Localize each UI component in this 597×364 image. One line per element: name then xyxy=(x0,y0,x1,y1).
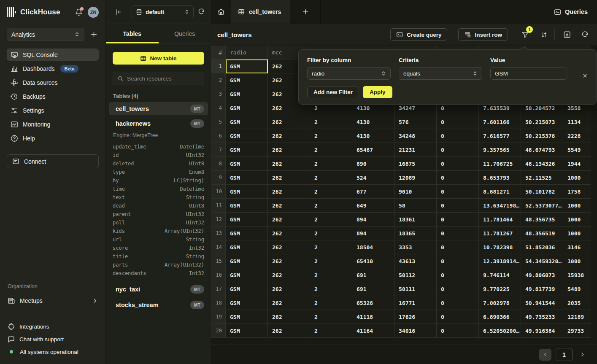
sidebar-item-meetups[interactable]: Meetups xyxy=(7,294,99,307)
table-cell[interactable]: 6.890366 xyxy=(479,310,521,324)
table-cell[interactable]: GSM xyxy=(226,199,268,213)
table-cell[interactable]: GSM xyxy=(226,324,268,338)
table-cell[interactable]: GSM xyxy=(226,143,268,157)
table-cell[interactable]: 15938 xyxy=(563,268,591,282)
table-cell[interactable]: 262 xyxy=(268,282,310,296)
sidebar-item-monitoring[interactable]: Monitoring xyxy=(7,118,99,130)
create-query-button[interactable]: Create query xyxy=(390,28,448,41)
table-cell[interactable]: 649 xyxy=(352,199,394,213)
table-list-item-hackernews[interactable]: hackernews MT xyxy=(109,117,208,130)
tab-tables[interactable]: Tables xyxy=(106,24,159,43)
table-cell[interactable]: 16875 xyxy=(394,157,437,171)
home-tab[interactable] xyxy=(211,0,231,24)
table-cell[interactable]: 54.3459320… xyxy=(521,254,563,268)
table-cell[interactable]: 4130 xyxy=(352,115,394,129)
table-cell[interactable]: 8.681271 xyxy=(479,185,521,199)
table-cell[interactable]: 0 xyxy=(437,199,479,213)
database-select[interactable]: default xyxy=(132,5,194,18)
filter-criteria-select[interactable]: equals xyxy=(399,67,482,80)
table-cell[interactable]: 9010 xyxy=(394,185,437,199)
table-cell[interactable]: GSM xyxy=(226,254,268,268)
table-cell[interactable]: 2 xyxy=(310,115,352,129)
apply-filter-button[interactable]: Apply xyxy=(363,86,392,98)
table-cell[interactable]: 0 xyxy=(437,296,479,310)
connect-button[interactable]: Connect xyxy=(7,154,99,168)
workspace-select[interactable]: Analytics xyxy=(7,28,84,41)
table-cell[interactable]: 17626 xyxy=(394,310,437,324)
table-cell[interactable]: 49.916384 xyxy=(521,324,563,338)
table-cell[interactable]: 262 xyxy=(268,226,310,240)
table-cell[interactable]: 0 xyxy=(437,185,479,199)
table-cell[interactable]: 52.5373077… xyxy=(521,199,563,213)
notifications-button[interactable] xyxy=(75,8,83,16)
table-cell[interactable]: 2 xyxy=(310,282,352,296)
table-cell[interactable]: 262 xyxy=(268,254,310,268)
search-resources[interactable] xyxy=(113,72,204,85)
grid-column-header[interactable]: radio xyxy=(226,46,268,59)
table-cell[interactable]: 12089 xyxy=(394,171,437,185)
table-cell[interactable]: 2 xyxy=(310,129,352,143)
insert-row-button[interactable]: Insert row xyxy=(458,28,508,41)
table-cell[interactable]: 41118 xyxy=(352,310,394,324)
table-cell[interactable]: 18504 xyxy=(352,240,394,254)
table-cell[interactable]: 8.653793 xyxy=(479,171,521,185)
add-workspace-button[interactable] xyxy=(89,30,99,40)
table-cell[interactable]: 1000 xyxy=(563,226,591,240)
grid-index-header[interactable]: # xyxy=(211,46,226,59)
table-cell[interactable]: 3146 xyxy=(563,240,591,254)
table-cell[interactable]: 262 xyxy=(268,129,310,143)
table-cell[interactable]: 262 xyxy=(268,157,310,171)
table-cell[interactable]: 1944 xyxy=(563,157,591,171)
table-cell[interactable]: 7.601166 xyxy=(479,115,521,129)
refresh-table-button[interactable] xyxy=(578,28,591,41)
tab-queries[interactable]: Queries xyxy=(159,24,211,43)
table-cell[interactable]: 677 xyxy=(352,185,394,199)
table-cell[interactable]: GSM xyxy=(226,129,268,143)
table-cell[interactable]: 262 xyxy=(268,143,310,157)
page-number-button[interactable]: 1 xyxy=(556,348,573,361)
prev-page-button[interactable] xyxy=(539,349,551,361)
table-cell[interactable]: 5549 xyxy=(563,143,591,157)
table-cell[interactable]: 65328 xyxy=(352,296,394,310)
new-tab-button[interactable] xyxy=(290,0,321,24)
next-page-button[interactable] xyxy=(577,349,588,361)
table-cell[interactable]: 48.356519 xyxy=(521,226,563,240)
table-cell[interactable]: 262 xyxy=(268,296,310,310)
table-cell[interactable]: 0 xyxy=(437,115,479,129)
table-cell[interactable]: 576 xyxy=(394,115,437,129)
filter-column-select[interactable]: radio xyxy=(307,67,391,80)
table-cell[interactable]: 2 xyxy=(310,143,352,157)
tab-cell-towers[interactable]: cell_towers xyxy=(231,0,290,24)
table-cell[interactable]: 2 xyxy=(310,199,352,213)
new-table-button[interactable]: New table xyxy=(113,52,204,65)
table-cell[interactable]: 0 xyxy=(437,157,479,171)
sort-button[interactable] xyxy=(538,28,550,41)
table-cell[interactable]: GSM xyxy=(226,59,268,73)
table-list-item-nyc-taxi[interactable]: nyc_taxi MT xyxy=(109,283,208,296)
table-cell[interactable]: 52.11525 xyxy=(521,171,563,185)
table-cell[interactable]: 11.706725 xyxy=(479,157,521,171)
table-cell[interactable]: 43613 xyxy=(394,254,437,268)
table-cell[interactable]: 262 xyxy=(268,268,310,282)
table-cell[interactable]: 5489 xyxy=(563,282,591,296)
table-cell[interactable]: GSM xyxy=(226,115,268,129)
table-cell[interactable]: 58 xyxy=(394,199,437,213)
table-cell[interactable]: 524 xyxy=(352,171,394,185)
table-cell[interactable]: 2 xyxy=(310,213,352,226)
table-cell[interactable]: 691 xyxy=(352,268,394,282)
queries-button[interactable]: Queries xyxy=(545,0,597,24)
table-cell[interactable]: GSM xyxy=(226,310,268,324)
table-cell[interactable]: 10.782398 xyxy=(479,240,521,254)
refresh-icon[interactable] xyxy=(198,8,205,16)
table-cell[interactable]: 262 xyxy=(268,171,310,185)
table-cell[interactable]: 0 xyxy=(437,129,479,143)
table-cell[interactable]: 262 xyxy=(268,199,310,213)
table-cell[interactable]: GSM xyxy=(226,268,268,282)
table-cell[interactable]: GSM xyxy=(226,157,268,171)
table-cell[interactable]: 9.357565 xyxy=(479,143,521,157)
table-cell[interactable]: 7.002978 xyxy=(479,296,521,310)
table-cell[interactable]: 1758 xyxy=(563,185,591,199)
table-cell[interactable]: 65410 xyxy=(352,254,394,268)
table-cell[interactable]: 1000 xyxy=(563,254,591,268)
table-cell[interactable]: 894 xyxy=(352,213,394,226)
